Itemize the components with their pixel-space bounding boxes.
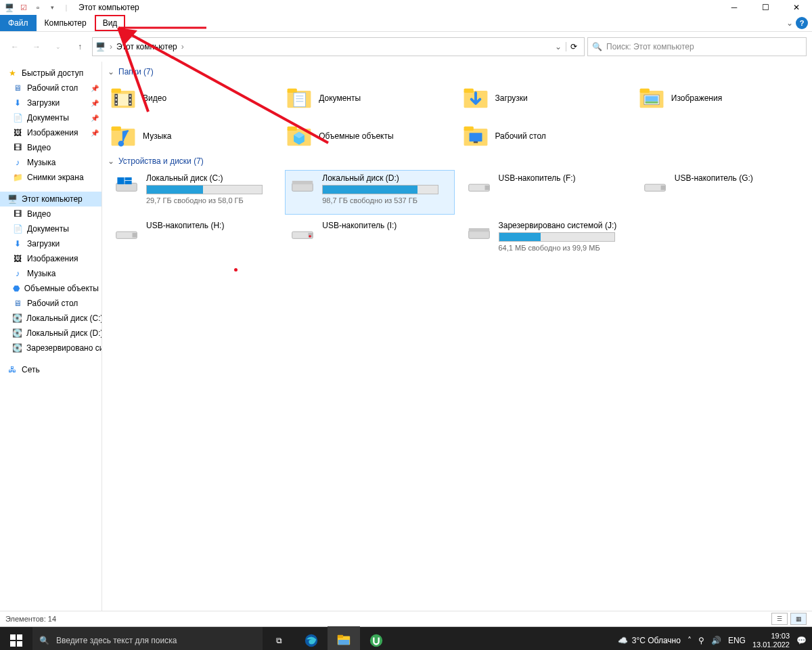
group-folders-header[interactable]: ⌄Папки (7) — [105, 64, 807, 81]
task-view-button[interactable]: ⧉ — [263, 627, 295, 650]
view-details-button[interactable]: ☰ — [771, 613, 788, 625]
minimize-button[interactable]: ─ — [719, 0, 750, 15]
taskbar-edge-icon[interactable] — [295, 627, 328, 650]
documents-icon: 📄 — [12, 112, 23, 123]
drive-d[interactable]: Локальный диск (D:)98,7 ГБ свободно из 5… — [285, 170, 454, 215]
qat-newfolder-icon[interactable]: ▫ — [31, 1, 45, 14]
sidebar-pictures[interactable]: 🖼Изображения📌 — [0, 125, 102, 140]
sidebar-downloads[interactable]: ⬇Загрузки📌 — [0, 95, 102, 110]
search-input[interactable]: 🔍 Поиск: Этот компьютер — [587, 37, 807, 56]
sidebar-pc-desktop[interactable]: 🖥Рабочий стол — [0, 296, 102, 311]
videos-icon: 🎞 — [12, 142, 23, 153]
sidebar-documents[interactable]: 📄Документы📌 — [0, 110, 102, 125]
start-button[interactable] — [0, 627, 32, 650]
sidebar-drive-j[interactable]: 💽Зарезервировано системой — [0, 341, 102, 355]
tray-language[interactable]: ENG — [728, 636, 746, 645]
sidebar-label: Загрузки — [27, 239, 60, 248]
sidebar-label: Быстрый доступ — [22, 68, 83, 78]
sidebar-network[interactable]: 🖧Сеть — [0, 362, 102, 377]
sidebar-drive-c[interactable]: 💽Локальный диск (C:) — [0, 311, 102, 326]
sidebar-label: Документы — [27, 224, 69, 234]
sidebar-pc-3dobjects[interactable]: ⬣Объемные объекты — [0, 281, 102, 296]
sidebar-label: Снимки экрана — [27, 173, 84, 182]
view-tiles-button[interactable]: ▦ — [790, 613, 807, 625]
address-bar[interactable]: 🖥️ › Этот компьютер › ⌄ ⟳ — [92, 37, 585, 56]
sidebar-pc-music[interactable]: ♪Музыка — [0, 266, 102, 281]
sidebar-videos[interactable]: 🎞Видео — [0, 140, 102, 155]
desktop-folder-icon — [463, 123, 489, 149]
folder-documents[interactable]: Документы — [285, 81, 454, 116]
sidebar-pc-pictures[interactable]: 🖼Изображения — [0, 251, 102, 266]
address-dropdown-icon[interactable]: ⌄ — [555, 42, 562, 51]
drive-h[interactable]: USB-накопитель (H:) — [109, 217, 278, 262]
drive-g[interactable]: USB-накопитель (G:) — [637, 170, 807, 215]
group-drives-header[interactable]: ⌄Устройства и диски (7) — [105, 154, 807, 170]
taskbar-explorer-icon[interactable] — [328, 626, 360, 650]
taskbar-clock[interactable]: 19:0313.01.2022 — [752, 632, 790, 649]
maximize-button[interactable]: ☐ — [750, 0, 781, 15]
sidebar-drive-d[interactable]: 💽Локальный диск (D:) — [0, 326, 102, 341]
folder-downloads[interactable]: Загрузки — [461, 81, 631, 116]
tab-computer[interactable]: Компьютер — [37, 15, 95, 31]
folder-pictures[interactable]: Изображения — [637, 81, 807, 116]
tab-file[interactable]: Файл — [0, 15, 37, 31]
sidebar-pc-downloads[interactable]: ⬇Загрузки — [0, 236, 102, 251]
sidebar-pc-documents[interactable]: 📄Документы — [0, 221, 102, 236]
sidebar-label: Документы — [27, 113, 69, 123]
taskbar-weather[interactable]: ☁️3°C Облачно — [618, 636, 681, 645]
pin-icon: 📌 — [91, 129, 99, 137]
tray-notifications-icon[interactable]: 💬 — [796, 636, 807, 645]
folder-3dobjects[interactable]: Объемные объекты — [285, 118, 454, 154]
folder-label: Музыка — [143, 131, 171, 141]
drive-icon — [290, 173, 315, 199]
music-icon: ♪ — [12, 268, 23, 279]
folder-videos[interactable]: Видео — [109, 81, 278, 116]
svg-point-8 — [129, 95, 131, 97]
qat-properties-icon[interactable]: ☑ — [17, 1, 30, 14]
drive-icon: 💽 — [12, 343, 22, 353]
svg-rect-49 — [10, 634, 16, 640]
folder-desktop[interactable]: Рабочий стол — [461, 118, 631, 154]
sidebar-music[interactable]: ♪Музыка — [0, 155, 102, 170]
breadcrumb-root[interactable]: Этот компьютер — [116, 42, 177, 51]
sidebar-desktop[interactable]: 🖥Рабочий стол📌 — [0, 81, 102, 95]
taskbar-utorrent-icon[interactable] — [360, 627, 392, 650]
help-icon[interactable]: ? — [796, 17, 808, 29]
star-icon: ★ — [7, 68, 18, 79]
sidebar-screenshots[interactable]: 📁Снимки экрана — [0, 170, 102, 185]
drive-icon — [114, 173, 139, 199]
tray-wifi-icon[interactable]: ⚲ — [698, 636, 704, 645]
tray-volume-icon[interactable]: 🔊 — [711, 636, 721, 645]
svg-rect-41 — [660, 186, 665, 190]
nav-up-button[interactable]: ↑ — [70, 37, 89, 56]
nav-back-button[interactable]: ← — [5, 37, 24, 56]
sidebar-quick-access[interactable]: ★Быстрый доступ — [0, 66, 102, 81]
drive-j[interactable]: Зарезервировано системой (J:)64,1 МБ сво… — [461, 217, 631, 262]
taskbar-search-input[interactable]: 🔍Введите здесь текст для поиска — [32, 627, 263, 650]
svg-point-46 — [309, 235, 311, 237]
sidebar-pc-videos[interactable]: 🎞Видео — [0, 207, 102, 221]
qat-dropdown-icon[interactable]: ▾ — [45, 1, 59, 14]
group-label: Папки (7) — [118, 67, 154, 77]
nav-recent-icon[interactable]: ⌄ — [49, 37, 68, 56]
tray-chevron-icon[interactable]: ˄ — [687, 636, 692, 645]
drive-f[interactable]: USB-накопитель (F:) — [461, 170, 631, 215]
svg-rect-36 — [292, 183, 313, 191]
sidebar-this-pc[interactable]: 🖥️Этот компьютер — [0, 192, 102, 207]
drive-i[interactable]: USB-накопитель (I:) — [285, 217, 454, 262]
drive-c[interactable]: Локальный диск (C:)29,7 ГБ свободно из 5… — [109, 170, 278, 215]
ribbon-collapse-icon[interactable]: ⌄ — [786, 18, 793, 28]
folder-label: Загрузки — [495, 93, 528, 103]
documents-icon: 📄 — [12, 223, 23, 234]
search-icon: 🔍 — [592, 42, 602, 51]
svg-rect-20 — [639, 89, 649, 93]
tab-view[interactable]: Вид — [95, 15, 126, 31]
folder-icon: 📁 — [12, 172, 23, 183]
weather-label: 3°C Облачно — [632, 636, 681, 645]
close-button[interactable]: ✕ — [781, 0, 812, 15]
refresh-button[interactable]: ⟳ — [566, 42, 581, 51]
usb-drive-icon — [114, 221, 139, 246]
folder-music[interactable]: Музыка — [109, 118, 278, 154]
nav-forward-button[interactable]: → — [27, 37, 46, 56]
documents-folder-icon — [286, 85, 312, 111]
